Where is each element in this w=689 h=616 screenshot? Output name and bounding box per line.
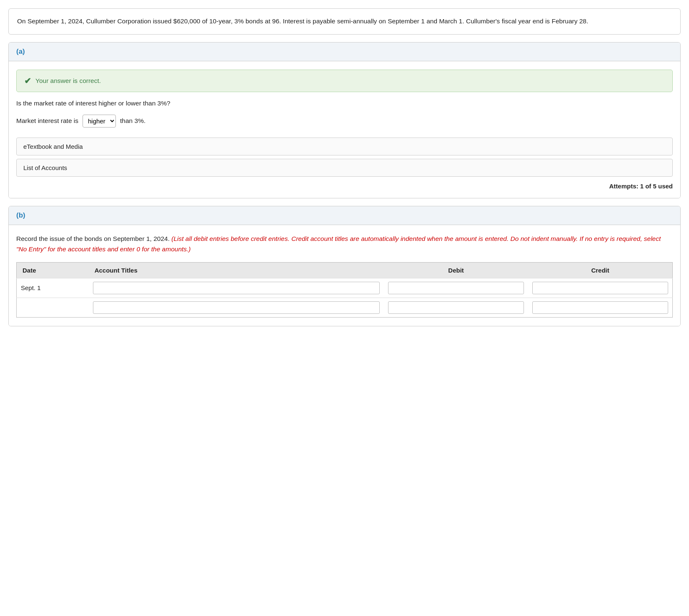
market-rate-dropdown[interactable]: higher lower [83, 115, 116, 128]
col-account-header: Account Titles [89, 262, 384, 278]
section-b-label: (b) [16, 211, 25, 219]
col-date-header: Date [17, 262, 89, 278]
table-row: Sept. 1 [17, 278, 673, 298]
attempts-text: Attempts: 1 of 5 used [609, 183, 673, 190]
row1-debit-input[interactable] [388, 282, 524, 294]
correct-banner-text: Your answer is correct. [35, 77, 101, 85]
section-b-body: Record the issue of the bonds on Septemb… [9, 225, 680, 326]
list-of-accounts-resource[interactable]: List of Accounts [16, 159, 673, 177]
journal-table: Date Account Titles Debit Credit Sept. 1 [16, 262, 673, 318]
market-rate-label: Market interest rate is [16, 117, 78, 125]
checkmark-icon: ✔ [24, 76, 31, 86]
row2-debit-cell [384, 298, 528, 317]
row2-date [17, 298, 89, 317]
attempts-row: Attempts: 1 of 5 used [16, 183, 673, 190]
table-row [17, 298, 673, 317]
row1-debit-cell [384, 278, 528, 298]
row1-account-cell [89, 278, 384, 298]
section-b-header: (b) [9, 206, 680, 225]
correct-banner: ✔ Your answer is correct. [16, 70, 673, 92]
row1-account-input[interactable] [93, 282, 380, 294]
list-of-accounts-label: List of Accounts [23, 164, 67, 171]
row2-credit-input[interactable] [532, 301, 668, 314]
question-text: Is the market rate of interest higher or… [16, 100, 673, 107]
instruction-plain: Record the issue of the bonds on Septemb… [16, 235, 170, 242]
intro-box: On September 1, 2024, Cullumber Corporat… [8, 8, 681, 35]
row2-debit-input[interactable] [388, 301, 524, 314]
row2-account-input[interactable] [93, 301, 380, 314]
section-b-box: (b) Record the issue of the bonds on Sep… [8, 206, 681, 326]
after-text: than 3%. [120, 117, 145, 125]
row2-account-cell [89, 298, 384, 317]
table-header-row: Date Account Titles Debit Credit [17, 262, 673, 278]
col-credit-header: Credit [528, 262, 672, 278]
section-a-box: (a) ✔ Your answer is correct. Is the mar… [8, 42, 681, 198]
col-debit-header: Debit [384, 262, 528, 278]
row1-credit-input[interactable] [532, 282, 668, 294]
intro-text: On September 1, 2024, Cullumber Corporat… [17, 18, 588, 25]
section-a-body: ✔ Your answer is correct. Is the market … [9, 61, 680, 198]
etextbook-resource[interactable]: eTextbook and Media [16, 138, 673, 155]
row2-credit-cell [528, 298, 672, 317]
market-rate-row: Market interest rate is higher lower tha… [16, 115, 673, 128]
etextbook-label: eTextbook and Media [23, 143, 83, 150]
section-a-label: (a) [16, 48, 25, 55]
row1-credit-cell [528, 278, 672, 298]
row1-date: Sept. 1 [17, 278, 89, 298]
section-a-header: (a) [9, 43, 680, 61]
instruction-text: Record the issue of the bonds on Septemb… [16, 233, 673, 255]
